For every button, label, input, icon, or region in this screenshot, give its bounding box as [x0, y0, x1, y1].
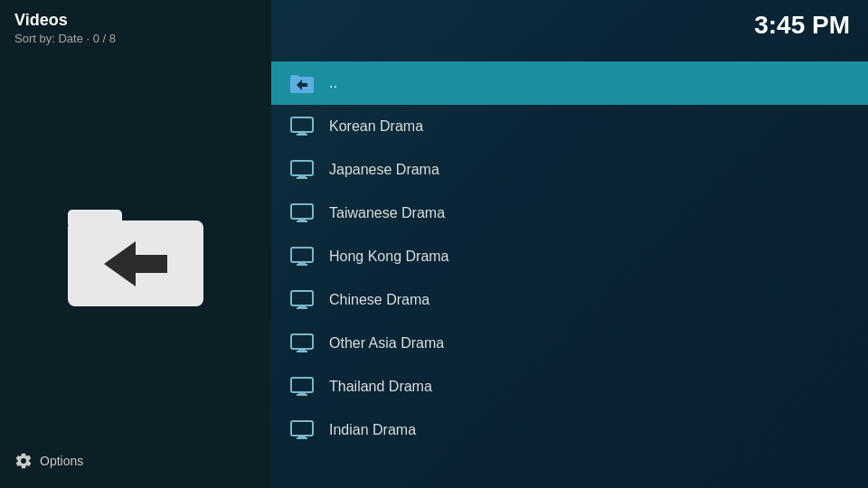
list-item-label-korean: Korean Drama: [329, 118, 423, 135]
svg-rect-16: [298, 262, 306, 264]
monitor-icon: [289, 201, 315, 226]
svg-rect-26: [297, 394, 307, 396]
svg-rect-1: [68, 210, 122, 228]
svg-rect-23: [297, 351, 307, 352]
monitor-icon: [289, 287, 315, 313]
sidebar-subtitle: Sort by: Date · 0 / 8: [14, 32, 116, 45]
list-item-japanese[interactable]: Japanese Drama: [271, 148, 868, 192]
svg-rect-18: [291, 291, 313, 305]
list-item-thailand[interactable]: Thailand Drama: [271, 365, 868, 408]
tv-icon: [290, 420, 314, 440]
list-item-chinese[interactable]: Chinese Drama: [271, 278, 868, 322]
svg-rect-9: [291, 161, 313, 175]
list-item-label-otherasia: Other Asia Drama: [329, 335, 444, 352]
monitor-icon: [289, 374, 315, 399]
list-item-label-indian: Indian Drama: [329, 422, 416, 438]
list-item-hongkong[interactable]: Hong Kong Drama: [271, 235, 868, 278]
monitor-icon: [289, 157, 315, 183]
svg-rect-6: [291, 117, 313, 132]
sidebar: Videos Sort by: Date · 0 / 8 Options: [0, 0, 271, 488]
folder-back-icon: [290, 73, 314, 93]
svg-rect-24: [291, 378, 313, 392]
svg-rect-29: [297, 437, 307, 439]
svg-rect-7: [298, 132, 306, 134]
svg-rect-20: [297, 307, 307, 309]
svg-rect-15: [291, 248, 313, 262]
sidebar-title: Videos: [14, 11, 116, 30]
back-icon: [289, 70, 315, 96]
drama-list: .. Korean Drama Japanese Drama Taiwanese…: [271, 61, 868, 452]
tv-icon: [290, 377, 314, 397]
tv-icon: [290, 247, 314, 267]
clock-display: 3:45 PM: [754, 11, 850, 40]
svg-rect-27: [291, 421, 313, 436]
svg-rect-13: [298, 219, 306, 221]
list-item-label-hongkong: Hong Kong Drama: [329, 249, 449, 265]
list-item-label-taiwanese: Taiwanese Drama: [329, 205, 445, 221]
svg-rect-4: [290, 75, 299, 80]
svg-rect-10: [298, 175, 306, 177]
svg-rect-28: [298, 436, 306, 437]
svg-rect-19: [298, 305, 306, 307]
list-item-taiwanese[interactable]: Taiwanese Drama: [271, 192, 868, 235]
monitor-icon: [289, 244, 315, 269]
list-item-korean[interactable]: Korean Drama: [271, 105, 868, 148]
svg-rect-21: [291, 334, 313, 349]
svg-rect-25: [298, 392, 306, 394]
back-folder-icon: [63, 193, 208, 311]
svg-rect-12: [291, 204, 313, 219]
list-item-label-back: ..: [329, 75, 337, 91]
monitor-icon: [289, 331, 315, 356]
list-item-back[interactable]: ..: [271, 61, 868, 105]
list-item-indian[interactable]: Indian Drama: [271, 408, 868, 452]
svg-rect-8: [297, 134, 307, 136]
gear-icon: [14, 452, 33, 470]
sidebar-header: Videos Sort by: Date · 0 / 8: [14, 11, 116, 45]
main-content: 3:45 PM .. Korean Drama Japanese Drama T…: [271, 0, 868, 488]
svg-rect-17: [297, 264, 307, 266]
list-item-label-chinese: Chinese Drama: [329, 292, 429, 308]
monitor-icon: [289, 418, 315, 443]
options-label: Options: [40, 454, 83, 468]
tv-icon: [290, 203, 314, 223]
svg-rect-14: [297, 221, 307, 222]
tv-icon: [290, 290, 314, 310]
list-item-label-thailand: Thailand Drama: [329, 379, 432, 395]
folder-icon-container: [14, 52, 257, 452]
options-button[interactable]: Options: [14, 452, 83, 477]
tv-icon: [290, 333, 314, 353]
monitor-icon: [289, 114, 315, 139]
tv-icon: [290, 160, 314, 180]
svg-rect-22: [298, 349, 306, 351]
list-item-label-japanese: Japanese Drama: [329, 162, 439, 178]
tv-icon: [290, 117, 314, 136]
svg-rect-11: [297, 177, 307, 179]
list-item-otherasia[interactable]: Other Asia Drama: [271, 322, 868, 365]
